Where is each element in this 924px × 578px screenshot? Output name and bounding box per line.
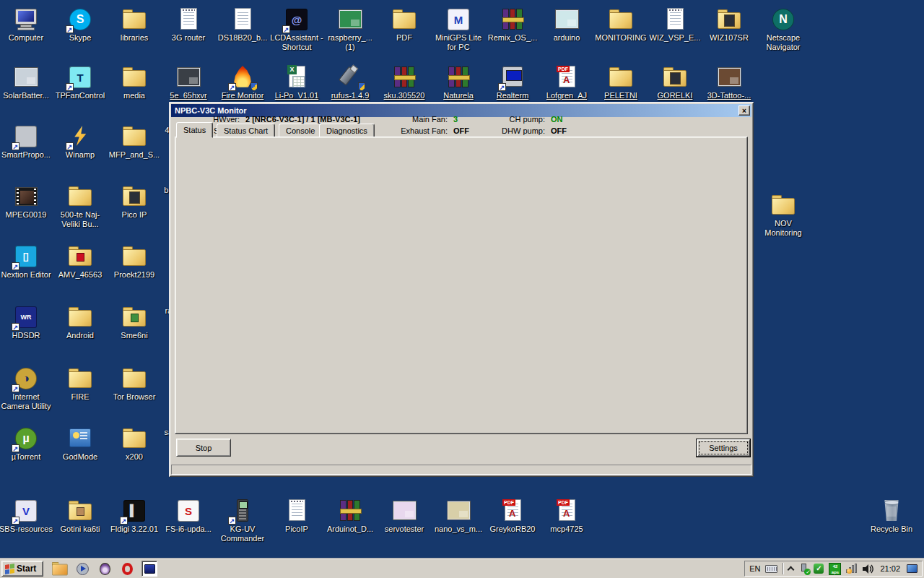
volume-icon[interactable] [863,564,873,574]
desktop-icon-fldigi-3-22-01[interactable]: ▍↗Fldigi 3.22.01 [108,499,161,534]
desktop-icon-picoip[interactable]: PicoIP [270,499,323,534]
desktop-icon-tor-browser[interactable]: Tor Browser [108,366,161,402]
desktop-icon-skype[interactable]: S↗Skype [53,7,107,43]
tab-console[interactable]: Console [279,124,322,137]
desktop-icon-label: Fldigi 3.22.01 [108,525,161,534]
desktop-icon-libraries[interactable]: libraries [108,7,161,43]
desktop-icon-kg-uv-commander[interactable]: ↗KG-UV Commander [216,499,269,543]
close-button[interactable]: × [738,105,750,116]
desktop-icon-winamp[interactable]: ↗Winamp [53,124,107,160]
desktop-icon-nov-monitoring[interactable]: NOV Monitoring [757,193,810,238]
uac-shield-icon [250,82,258,91]
desktop-icon-proekt2199[interactable]: Proekt2199 [108,244,161,280]
quick-launch-tor-browser[interactable] [97,561,113,577]
desktop-icon-fire-monitor[interactable]: ↗Fire Monitor [216,65,269,100]
desktop-icon-solarbatter[interactable]: SolarBatter... [0,65,53,100]
winrar-archive-icon [500,7,526,32]
desktop-icon-nano-vs-m[interactable]: nano_vs_m... [432,499,485,534]
start-button[interactable]: Start [1,561,43,577]
show-hidden-icons-icon[interactable] [788,565,793,572]
desktop-icon-peletni[interactable]: PELETNI [594,65,648,100]
desktop-icon-lcdassistant-shortcut[interactable]: @↗LCDAssistant - Shortcut [270,7,323,52]
desktop-icon-hdsdr[interactable]: WR↗HDSDR [0,305,53,340]
desktop-icon-internet-camera-utility[interactable]: ◑↗Internet Camera Utility [0,366,53,411]
desktop-icon-label: Netscape Navigator [757,33,810,52]
desktop-icon-lofgren-aj[interactable]: PDFALofgren_AJ [540,65,593,100]
quick-launch-npbc-monitor-task[interactable] [141,561,157,577]
folder-icon [121,7,147,32]
desktop-icon-mpeg0019[interactable]: MPEG0019 [0,184,53,220]
tab-diagnostics[interactable]: Diagnostics [319,124,375,137]
desktop-icon-label: media [108,91,161,100]
language-indicator[interactable]: EN [749,564,760,573]
desktop-icon-torrent[interactable]: µ↗µTorrent [0,426,53,462]
desktop-icon-raspberry-1[interactable]: raspberry_... (1) [323,7,377,52]
desktop-icon-pdf[interactable]: PDF [378,7,431,43]
desktop-icon-gotini-ka6ti[interactable]: Gotini ka6ti [53,499,107,534]
desktop-icon-arduino[interactable]: arduino [540,7,593,43]
desktop-icon-amv-46563[interactable]: AMV_46563 [53,244,107,280]
desktop-icon-recycle-bin[interactable]: Recycle Bin [865,499,918,534]
desktop-icon-500-te-naj-veliki-bu[interactable]: 500-te Naj-Veliki Bu... [53,184,107,229]
network-signal-icon[interactable] [846,564,858,574]
fs-i6-icon: S [175,499,201,523]
desktop-icon-3d-tattoo[interactable]: 3D-Tattoo-... [702,65,756,100]
field-main-fan: Main Fan:3 [380,113,469,125]
settings-button[interactable]: Settings [697,439,750,457]
folder-icon [67,244,93,269]
desktop-icon-ds18b20-b[interactable]: DS18B20_b... [216,7,269,43]
desktop-icon-remix-os[interactable]: Remix_OS_... [486,7,539,43]
desktop-icon-5e-65hxvr[interactable]: 5e_65hxvr [162,65,215,100]
desktop-icon-monitoring[interactable]: MONITORING [594,7,648,43]
desktop-icon-label: Proekt2199 [108,270,161,280]
desktop-icon-wiz-vsp-e[interactable]: WIZ_VSP_E... [648,7,702,43]
spreadsheet-icon [284,65,310,90]
desktop-icon-label: PicoIP [270,525,323,534]
desktop-icon-tpfancontrol[interactable]: T↗TPFanControl [53,65,107,100]
shortcut-arrow-icon: ↗ [12,262,19,270]
desktop-icon-label: MONITORING [594,33,648,43]
taskbar-clock[interactable]: 21:02 [879,564,902,573]
tab-status-chart[interactable]: Status Chart [217,124,275,137]
desktop-icon-smartpropo[interactable]: ↗SmartPropo... [0,124,53,160]
quick-launch-opera[interactable] [119,561,135,577]
desktop-icon-wiz107sr[interactable]: WIZ107SR [702,7,756,43]
desktop-icon-sku-305520[interactable]: sku.305520 [378,65,431,100]
desktop-icon-rufus-1-4-9[interactable]: rufus-1.4.9 [323,65,377,100]
desktop-icon-li-po-v1-01[interactable]: Li-Po_V1.01 [270,65,323,100]
desktop-icon-computer[interactable]: Computer [0,7,53,43]
stop-button[interactable]: Stop [176,439,231,457]
text-file-icon [175,7,201,32]
quick-launch-media-player[interactable] [74,561,90,577]
desktop-icon-fs-i6-upda[interactable]: SFS-i6-upda... [162,499,215,534]
desktop-icon-media[interactable]: media [108,65,161,100]
field-value: OFF [448,126,469,135]
show-desktop-icon[interactable] [907,564,918,573]
desktop-icon-gorelki[interactable]: GORELKI [648,65,702,100]
desktop-icon-realterm[interactable]: ↗Realterm [486,65,539,100]
desktop-icon-3g-router[interactable]: 3G router [162,7,215,43]
desktop-icon-mcp4725[interactable]: PDFAmcp4725 [540,499,593,534]
safely-remove-hardware-icon[interactable]: ✓ [798,564,808,574]
aps-badge-icon[interactable]: 42aps [829,563,841,575]
keyboard-layout-icon[interactable] [765,565,777,573]
field-value: 2 [NRC6-V3C-1] / 1 [MB-V3C-1] [240,115,360,124]
quick-launch-explorer[interactable] [52,561,68,577]
desktop-icon-label: 3D-Tattoo-... [702,91,756,100]
desktop-icon-sbs-resources[interactable]: V↗SBS-resources [0,499,53,534]
desktop-icon-servotester[interactable]: servotester [378,499,431,534]
npbc-monitor-window: NPBC-V3C Monitor × HWver:2 [NRC6-V3C-1] … [169,102,754,477]
tpfancontrol-icon: T↗ [67,65,93,90]
desktop-icon-arduinot-d[interactable]: Arduinot_D... [323,499,377,534]
desktop-icon-godmode[interactable]: GodMode [53,426,107,462]
antivirus-status-icon[interactable]: ✓ [814,564,824,574]
windows-logo-icon [5,564,14,574]
desktop-icon-fire[interactable]: FIRE [53,366,107,402]
desktop-icon-android[interactable]: Android [53,305,107,340]
tab-status[interactable]: Status [176,122,213,138]
desktop-icon-greykorb20[interactable]: PDFAGreykoRB20 [486,499,539,534]
desktop-icon-minigps-lite-for-pc[interactable]: MMiniGPS Lite for PC [432,7,485,52]
desktop-icon-label: Sme6ni [108,331,161,340]
desktop-icon-nextion-editor[interactable]: ▯↗Nextion Editor [0,244,53,280]
desktop-icon-netscape-navigator[interactable]: NNetscape Navigator [757,7,810,52]
